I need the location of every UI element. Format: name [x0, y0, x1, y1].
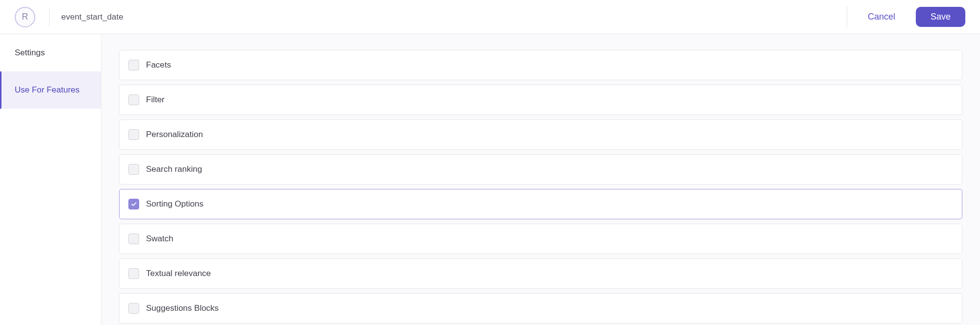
checkbox[interactable] — [128, 94, 139, 105]
feature-row-filter[interactable]: Filter — [119, 85, 962, 115]
sidebar-item-label: Use For Features — [15, 85, 79, 94]
feature-row-facets[interactable]: Facets — [119, 50, 962, 80]
checkbox[interactable] — [128, 129, 139, 140]
feature-row-swatch[interactable]: Swatch — [119, 224, 962, 254]
checkbox[interactable] — [128, 164, 139, 175]
checkbox[interactable] — [128, 303, 139, 314]
feature-label: Swatch — [146, 234, 173, 244]
sidebar-item-label: Settings — [15, 48, 45, 57]
feature-list: Facets Filter Personalization Search ran… — [119, 50, 962, 324]
feature-row-suggestions-blocks[interactable]: Suggestions Blocks — [119, 293, 962, 324]
feature-label: Personalization — [146, 130, 203, 139]
sidebar: Settings Use For Features — [0, 34, 101, 325]
checkbox[interactable] — [128, 199, 139, 209]
avatar[interactable]: R — [15, 7, 35, 27]
feature-label: Filter — [146, 95, 165, 105]
feature-row-search-ranking[interactable]: Search ranking — [119, 154, 962, 185]
header-actions: Cancel Save — [847, 7, 965, 27]
sidebar-item-settings[interactable]: Settings — [0, 34, 101, 71]
body-layout: Settings Use For Features Facets Filter — [0, 34, 980, 325]
checkbox[interactable] — [128, 60, 139, 70]
main-panel: Facets Filter Personalization Search ran… — [101, 34, 980, 325]
cancel-button[interactable]: Cancel — [859, 7, 904, 27]
avatar-initial: R — [22, 12, 28, 22]
save-button[interactable]: Save — [916, 7, 965, 27]
feature-row-sorting-options[interactable]: Sorting Options — [119, 189, 962, 219]
check-icon — [130, 201, 137, 208]
feature-label: Suggestions Blocks — [146, 303, 219, 313]
checkbox[interactable] — [128, 233, 139, 244]
feature-label: Sorting Options — [146, 199, 203, 209]
feature-label: Textual relevance — [146, 269, 211, 279]
feature-label: Facets — [146, 60, 171, 70]
feature-row-textual-relevance[interactable]: Textual relevance — [119, 258, 962, 289]
feature-row-personalization[interactable]: Personalization — [119, 119, 962, 150]
feature-label: Search ranking — [146, 164, 202, 174]
divider — [49, 8, 49, 26]
sidebar-item-use-for-features[interactable]: Use For Features — [0, 71, 101, 109]
page-title: event_start_date — [61, 12, 847, 22]
header-bar: R event_start_date Cancel Save — [0, 0, 980, 34]
checkbox[interactable] — [128, 268, 139, 279]
